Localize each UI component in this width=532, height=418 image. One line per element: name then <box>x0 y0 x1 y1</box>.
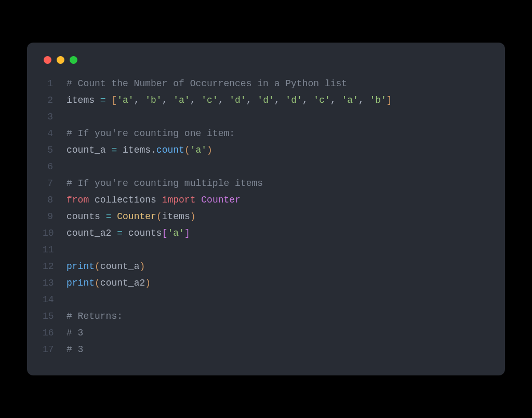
code-token: [ <box>162 228 168 238</box>
code-token: = <box>117 228 123 238</box>
code-token: [ <box>111 95 117 105</box>
code-line[interactable]: 4# If you're counting one item: <box>43 125 489 142</box>
code-token: ) <box>139 261 145 272</box>
code-token: ( <box>184 145 190 155</box>
code-token: print <box>66 261 95 272</box>
line-number: 3 <box>43 109 66 125</box>
code-token: , <box>302 95 314 105</box>
code-line-content[interactable]: count_a2 = counts['a'] <box>66 225 489 241</box>
code-token: , <box>330 95 342 105</box>
code-token: from <box>66 195 89 205</box>
line-number: 8 <box>43 192 66 208</box>
code-token: , <box>218 95 230 105</box>
code-line-content[interactable]: counts = Counter(items) <box>66 208 489 225</box>
code-token: # 3 <box>66 328 83 338</box>
code-token: collections <box>89 195 162 205</box>
code-line[interactable]: 13print(count_a2) <box>43 275 489 291</box>
code-token: 'a' <box>341 95 358 105</box>
code-line-content[interactable] <box>66 109 489 125</box>
code-line[interactable]: 17# 3 <box>43 341 489 358</box>
code-token: 'c' <box>201 95 218 105</box>
code-token: items <box>66 95 100 105</box>
code-token: , <box>246 95 258 105</box>
code-line-content[interactable]: # Count the Number of Occurrences in a P… <box>66 75 489 92</box>
code-token: 'a' <box>117 95 134 105</box>
line-number: 5 <box>43 142 66 158</box>
line-number: 12 <box>43 258 66 275</box>
code-token: = <box>111 145 117 155</box>
code-token: 'd' <box>229 95 246 105</box>
line-number: 6 <box>43 158 66 175</box>
code-token <box>195 195 201 205</box>
code-line[interactable]: 11 <box>43 241 489 258</box>
code-token: , <box>134 95 145 105</box>
code-line-content[interactable]: print(count_a2) <box>66 275 489 291</box>
code-line[interactable]: 3 <box>43 109 489 125</box>
code-token: , <box>274 95 286 105</box>
code-token: , <box>162 95 174 105</box>
minimize-icon[interactable] <box>57 56 64 64</box>
code-line[interactable]: 9counts = Counter(items) <box>43 208 489 225</box>
code-token <box>106 95 112 105</box>
code-token: ) <box>145 278 151 288</box>
code-line-content[interactable]: # Returns: <box>66 308 489 325</box>
code-line[interactable]: 6 <box>43 158 489 175</box>
code-line[interactable]: 7# If you're counting multiple items <box>43 175 489 192</box>
code-line[interactable]: 16# 3 <box>43 325 489 341</box>
code-line-content[interactable]: count_a = items.count('a') <box>66 142 489 158</box>
code-token: counts <box>66 211 106 222</box>
code-token: ( <box>156 211 162 222</box>
code-token: count_a2 <box>100 278 145 288</box>
code-line-content[interactable] <box>66 158 489 175</box>
code-line[interactable]: 8from collections import Counter <box>43 192 489 208</box>
line-number: 15 <box>43 308 66 325</box>
code-token: count_a2 <box>66 228 117 238</box>
code-line[interactable]: 2items = ['a', 'b', 'a', 'c', 'd', 'd', … <box>43 92 489 109</box>
code-token: print <box>66 278 95 288</box>
code-line-content[interactable]: from collections import Counter <box>66 192 489 208</box>
code-token: = <box>100 95 106 105</box>
code-token: 'a' <box>190 145 207 155</box>
code-token: # Count the Number of Occurrences in a P… <box>66 78 347 89</box>
line-number: 17 <box>43 341 66 358</box>
code-token: = <box>106 211 112 222</box>
code-token: 'a' <box>167 228 184 238</box>
code-line[interactable]: 12print(count_a) <box>43 258 489 275</box>
code-token: 'b' <box>145 95 162 105</box>
code-token: # If you're counting one item: <box>66 128 235 139</box>
code-token: ( <box>95 278 100 288</box>
code-token: , <box>190 95 202 105</box>
code-token: items. <box>117 145 156 155</box>
code-line-content[interactable]: # If you're counting one item: <box>66 125 489 142</box>
code-line[interactable]: 10count_a2 = counts['a'] <box>43 225 489 241</box>
code-token: 'd' <box>285 95 302 105</box>
code-token: ] <box>184 228 190 238</box>
code-token: count_a <box>100 261 140 272</box>
code-line-content[interactable]: # 3 <box>66 325 489 341</box>
line-number: 1 <box>43 75 66 92</box>
maximize-icon[interactable] <box>70 56 77 64</box>
line-number: 10 <box>43 225 66 241</box>
code-token: # Returns: <box>66 311 123 321</box>
code-line[interactable]: 1# Count the Number of Occurrences in a … <box>43 75 489 92</box>
code-token: 'd' <box>257 95 274 105</box>
line-number: 2 <box>43 92 66 109</box>
code-line-content[interactable] <box>66 241 489 258</box>
code-line-content[interactable]: # If you're counting multiple items <box>66 175 489 192</box>
code-token: 'a' <box>173 95 190 105</box>
code-token: items <box>162 211 190 222</box>
line-number: 14 <box>43 291 66 308</box>
code-token: ( <box>95 261 100 272</box>
code-line[interactable]: 14 <box>43 291 489 308</box>
code-line-content[interactable]: # 3 <box>66 341 489 358</box>
code-window: 1# Count the Number of Occurrences in a … <box>27 43 505 375</box>
code-editor[interactable]: 1# Count the Number of Occurrences in a … <box>43 75 489 358</box>
code-line-content[interactable]: print(count_a) <box>66 258 489 275</box>
code-line-content[interactable] <box>66 291 489 308</box>
code-line[interactable]: 15# Returns: <box>43 308 489 325</box>
code-token: count <box>156 145 184 155</box>
close-icon[interactable] <box>44 56 51 64</box>
line-number: 4 <box>43 125 66 142</box>
code-line-content[interactable]: items = ['a', 'b', 'a', 'c', 'd', 'd', '… <box>66 92 489 109</box>
code-line[interactable]: 5count_a = items.count('a') <box>43 142 489 158</box>
